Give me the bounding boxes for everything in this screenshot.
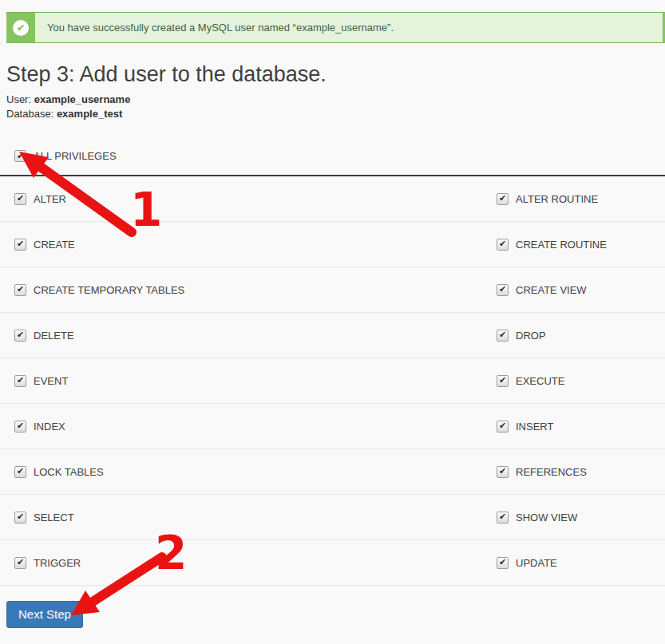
- privilege-checkbox[interactable]: ✔: [497, 239, 509, 251]
- success-icon-box: ✔: [6, 13, 35, 42]
- check-icon: ✔: [499, 285, 506, 294]
- privilege-label: UPDATE: [516, 557, 557, 569]
- privilege-label: CREATE TEMPORARY TABLES: [34, 284, 184, 296]
- privilege-checkbox[interactable]: ✔: [497, 557, 509, 569]
- privilege-label: CREATE ROUTINE: [516, 239, 607, 251]
- check-icon: ✔: [499, 376, 506, 385]
- privilege-checkbox[interactable]: ✔: [14, 421, 26, 433]
- privilege-label: CREATE VIEW: [516, 284, 587, 296]
- privilege-label: SHOW VIEW: [516, 512, 577, 523]
- privilege-row: ✔ INDEX ✔ INSERT: [0, 404, 665, 449]
- privilege-label: TRIGGER: [34, 557, 81, 569]
- check-icon: ✔: [499, 330, 506, 339]
- check-icon: ✔: [499, 239, 506, 248]
- privilege-label: ALTER: [34, 193, 66, 205]
- user-label: User:: [6, 93, 31, 105]
- check-icon: ✔: [499, 512, 506, 521]
- privilege-checkbox[interactable]: ✔: [14, 557, 26, 569]
- privilege-label: INDEX: [34, 421, 65, 433]
- check-icon: ✔: [17, 558, 24, 567]
- page-title: Step 3: Add user to the database.: [6, 62, 665, 86]
- privilege-label: ALTER ROUTINE: [516, 193, 598, 205]
- privilege-checkbox[interactable]: ✔: [497, 466, 509, 478]
- check-icon: ✔: [499, 421, 506, 430]
- privilege-checkbox[interactable]: ✔: [14, 330, 26, 342]
- check-icon: ✔: [17, 512, 24, 521]
- privilege-label: REFERENCES: [516, 466, 587, 478]
- success-banner: ✔ You have successfully created a MySQL …: [6, 12, 665, 43]
- check-icon: ✔: [17, 285, 24, 294]
- user-line: User: example_username: [6, 93, 665, 107]
- privilege-row: ✔ ALTER ✔ ALTER ROUTINE: [0, 176, 665, 222]
- privilege-checkbox[interactable]: ✔: [497, 512, 509, 523]
- privilege-label: DELETE: [34, 330, 74, 342]
- privilege-checkbox[interactable]: ✔: [14, 284, 26, 296]
- all-privileges-row: ✔ ALL PRIVILEGES: [14, 150, 665, 162]
- all-privileges-checkbox[interactable]: ✔: [14, 150, 26, 162]
- privilege-label: DROP: [516, 330, 546, 342]
- privilege-checkbox[interactable]: ✔: [14, 375, 26, 387]
- check-icon: ✔: [499, 558, 506, 567]
- check-icon: ✔: [499, 467, 506, 476]
- privilege-checkbox[interactable]: ✔: [497, 375, 509, 387]
- privilege-checkbox[interactable]: ✔: [14, 239, 26, 251]
- privilege-row: ✔ CREATE ✔ CREATE ROUTINE: [0, 222, 665, 267]
- privilege-label: LOCK TABLES: [34, 466, 104, 478]
- privilege-checkbox[interactable]: ✔: [14, 512, 26, 523]
- user-value: example_username: [34, 93, 131, 105]
- privilege-row: ✔ TRIGGER ✔ UPDATE: [0, 540, 665, 586]
- database-line: Database: example_test: [6, 107, 665, 121]
- check-icon: ✔: [17, 194, 24, 203]
- privilege-row: ✔ DELETE ✔ DROP: [0, 313, 665, 358]
- database-value: example_test: [57, 108, 122, 120]
- check-icon: ✔: [17, 330, 24, 339]
- privilege-label: CREATE: [34, 239, 75, 251]
- check-circle-icon: ✔: [13, 20, 29, 36]
- check-icon: ✔: [17, 152, 24, 160]
- privilege-row: ✔ LOCK TABLES ✔ REFERENCES: [0, 449, 665, 495]
- next-step-button[interactable]: Next Step: [6, 601, 83, 628]
- check-icon: ✔: [499, 194, 506, 203]
- database-label: Database:: [6, 108, 53, 120]
- privilege-row: ✔ SELECT ✔ SHOW VIEW: [0, 495, 665, 540]
- privilege-checkbox[interactable]: ✔: [497, 421, 509, 433]
- privilege-checkbox[interactable]: ✔: [14, 466, 26, 478]
- privilege-label: INSERT: [516, 421, 553, 433]
- privilege-row: ✔ EVENT ✔ EXECUTE: [0, 358, 665, 404]
- privileges-table: ✔ ALTER ✔ ALTER ROUTINE ✔ CREATE ✔ CREAT…: [0, 176, 665, 586]
- banner-message: You have successfully created a MySQL us…: [35, 22, 394, 34]
- check-icon: ✔: [17, 467, 24, 476]
- privilege-checkbox[interactable]: ✔: [14, 193, 26, 205]
- check-icon: ✔: [17, 376, 24, 385]
- privilege-checkbox[interactable]: ✔: [497, 193, 509, 205]
- privilege-label: SELECT: [34, 512, 74, 523]
- privilege-row: ✔ CREATE TEMPORARY TABLES ✔ CREATE VIEW: [0, 267, 665, 313]
- privilege-checkbox[interactable]: ✔: [497, 330, 509, 342]
- privilege-checkbox[interactable]: ✔: [497, 284, 509, 296]
- privilege-label: EXECUTE: [516, 375, 564, 387]
- all-privileges-label: ALL PRIVILEGES: [34, 150, 117, 162]
- check-icon: ✔: [17, 421, 24, 430]
- check-icon: ✔: [17, 239, 24, 248]
- privilege-label: EVENT: [34, 375, 68, 387]
